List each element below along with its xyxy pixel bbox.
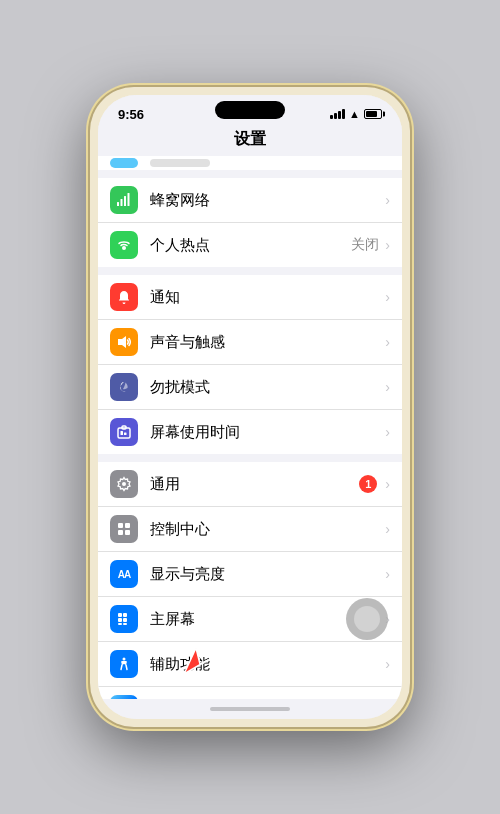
screen-time-label: 屏幕使用时间: [150, 423, 383, 442]
chevron-icon: ›: [385, 521, 390, 537]
svg-rect-18: [123, 618, 127, 622]
floating-button[interactable]: [346, 598, 388, 640]
display-icon: AA: [110, 560, 138, 588]
wallpaper-icon: [110, 695, 138, 699]
svg-rect-16: [123, 613, 127, 617]
general-label: 通用: [150, 475, 359, 494]
dnd-icon: [110, 373, 138, 401]
svg-rect-11: [118, 523, 123, 528]
settings-section-general: 通用 1 ›: [98, 462, 402, 699]
sounds-label: 声音与触感: [150, 333, 383, 352]
svg-rect-20: [123, 623, 127, 625]
phone-screen: 9:56 ▲ 设置: [98, 95, 402, 719]
list-item[interactable]: 蜂窝网络 ›: [98, 178, 402, 223]
hotspot-value: 关闭: [351, 236, 379, 254]
sounds-icon: [110, 328, 138, 356]
settings-scroll-area[interactable]: 蜂窝网络 › 个人热点 关闭: [98, 156, 402, 699]
svg-rect-14: [125, 530, 130, 535]
svg-rect-3: [128, 193, 130, 206]
chevron-icon: ›: [385, 289, 390, 305]
display-label: 显示与亮度: [150, 565, 383, 584]
svg-rect-0: [117, 202, 119, 206]
list-item[interactable]: 主屏幕 ›: [98, 597, 402, 642]
list-item[interactable]: 通用 1 ›: [98, 462, 402, 507]
list-item[interactable]: 通知 ›: [98, 275, 402, 320]
battery-icon: [364, 109, 382, 119]
list-item[interactable]: 声音与触感 ›: [98, 320, 402, 365]
hotspot-icon: [110, 231, 138, 259]
floating-button-inner: [354, 606, 380, 632]
status-icons: ▲: [330, 108, 382, 120]
partial-row: [98, 156, 402, 170]
chevron-icon: ›: [385, 566, 390, 582]
chevron-icon: ›: [385, 424, 390, 440]
chevron-icon: ›: [385, 192, 390, 208]
list-item[interactable]: 控制中心 ›: [98, 507, 402, 552]
dnd-label: 勿扰模式: [150, 378, 383, 397]
accessibility-label: 辅助功能: [150, 655, 383, 674]
signal-icon: [330, 109, 345, 119]
svg-rect-2: [124, 196, 126, 206]
svg-point-4: [122, 246, 126, 250]
svg-point-21: [123, 658, 126, 661]
hotspot-label: 个人热点: [150, 236, 351, 255]
accessibility-icon: [110, 650, 138, 678]
svg-rect-17: [118, 618, 122, 622]
home-screen-icon: [110, 605, 138, 633]
page-title: 设置: [98, 125, 402, 156]
chevron-icon: ›: [385, 334, 390, 350]
list-item[interactable]: 勿扰模式 ›: [98, 365, 402, 410]
list-item[interactable]: AA 显示与亮度 ›: [98, 552, 402, 597]
svg-rect-19: [118, 623, 122, 625]
list-item[interactable]: 墙纸 ›: [98, 687, 402, 699]
svg-rect-12: [125, 523, 130, 528]
chevron-icon: ›: [385, 379, 390, 395]
cellular-label: 蜂窝网络: [150, 191, 383, 210]
svg-rect-15: [118, 613, 122, 617]
phone-frame: 9:56 ▲ 设置: [90, 87, 410, 727]
list-item[interactable]: 屏幕使用时间 ›: [98, 410, 402, 454]
chevron-icon: ›: [385, 237, 390, 253]
notifications-icon: [110, 283, 138, 311]
chevron-icon: ›: [385, 476, 390, 492]
status-time: 9:56: [118, 107, 144, 122]
settings-section-notifications: 通知 › 声音与触感 ›: [98, 275, 402, 454]
svg-rect-8: [121, 431, 124, 435]
partial-icon: [110, 158, 138, 168]
svg-rect-9: [124, 433, 127, 436]
svg-rect-1: [121, 199, 123, 206]
cellular-icon: [110, 186, 138, 214]
notch: [215, 101, 285, 119]
svg-rect-13: [118, 530, 123, 535]
general-badge: 1: [359, 475, 377, 493]
general-icon: [110, 470, 138, 498]
wifi-icon: ▲: [349, 108, 360, 120]
status-bar: 9:56 ▲: [98, 95, 402, 125]
list-item[interactable]: 辅助功能 ›: [98, 642, 402, 687]
svg-marker-5: [118, 336, 126, 348]
svg-point-10: [122, 482, 126, 486]
control-center-label: 控制中心: [150, 520, 383, 539]
list-item[interactable]: 个人热点 关闭 ›: [98, 223, 402, 267]
screen-time-icon: [110, 418, 138, 446]
settings-section-network: 蜂窝网络 › 个人热点 关闭: [98, 178, 402, 267]
control-center-icon: [110, 515, 138, 543]
home-indicator: [210, 707, 290, 711]
partial-label: [150, 159, 210, 167]
chevron-icon: ›: [385, 656, 390, 672]
home-indicator-area: [98, 699, 402, 719]
notifications-label: 通知: [150, 288, 383, 307]
